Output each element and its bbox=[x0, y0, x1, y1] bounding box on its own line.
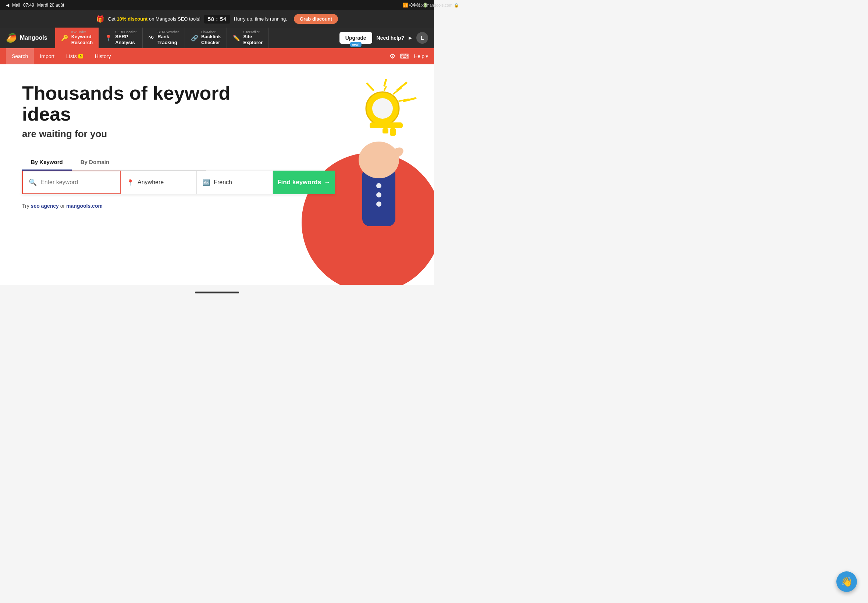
svg-line-11 bbox=[367, 83, 373, 90]
home-indicator bbox=[195, 292, 239, 294]
lists-badge: 0 bbox=[78, 54, 83, 59]
try-link-mangools[interactable]: mangools.com bbox=[66, 203, 103, 209]
serpwatcher-label: SERPWatcher bbox=[158, 30, 179, 34]
kwfinder-label: KWFinder bbox=[71, 30, 93, 34]
keyword-input-box[interactable]: 🔍 bbox=[22, 171, 121, 194]
status-bar: ◀ Mail 07:49 Mardi 20 août app.mangools.… bbox=[0, 0, 434, 10]
tool-linkminer[interactable]: 🔗 LinkMiner BacklinkChecker bbox=[185, 28, 227, 48]
arrow-icon: → bbox=[324, 179, 330, 186]
siteprofiler-label: SiteProfiler bbox=[243, 30, 263, 34]
subnav-import[interactable]: Import bbox=[34, 48, 60, 64]
status-center: app.mangools.com 🔒 bbox=[409, 3, 434, 8]
url: app.mangools.com bbox=[418, 3, 434, 7]
date: Mardi 20 août bbox=[37, 3, 64, 8]
search-tabs: By Keyword By Domain bbox=[22, 155, 206, 171]
svg-point-4 bbox=[372, 98, 393, 119]
keyboard-icon[interactable]: ⌨ bbox=[400, 52, 409, 60]
logo-icon: 🥭 bbox=[6, 33, 17, 43]
serpwatcher-icon: 👁 bbox=[149, 34, 155, 41]
subnav-right: ⚙ ⌨ Help ▾ bbox=[390, 52, 428, 60]
time: 07:49 bbox=[23, 3, 34, 8]
siteprofiler-name: SiteExplorer bbox=[243, 34, 263, 45]
subnav-lists[interactable]: Lists 0 bbox=[60, 48, 89, 64]
svg-line-10 bbox=[384, 79, 386, 86]
svg-line-8 bbox=[397, 83, 407, 90]
hero-subtitle: are waiting for you bbox=[22, 128, 280, 140]
svg-point-16 bbox=[359, 142, 399, 178]
need-help: Need help? bbox=[377, 35, 404, 41]
tool-serpwatcher[interactable]: 👁 SERPWatcher RankTracking bbox=[143, 28, 185, 48]
bottom-bar bbox=[0, 285, 434, 300]
svg-rect-7 bbox=[382, 128, 388, 133]
countdown-timer: 58 : 54 bbox=[204, 15, 230, 23]
serpchecker-name: SERPAnalysis bbox=[115, 34, 136, 45]
nav-arrow-icon: ▶ bbox=[408, 35, 412, 40]
svg-rect-5 bbox=[370, 122, 403, 128]
hurry-text: Hurry up, time is running. bbox=[234, 16, 287, 22]
location-value: Anywhere bbox=[138, 179, 164, 186]
gift-icon: 🎁 bbox=[96, 15, 104, 23]
search-row: 🔍 📍 Anywhere 🔤 French Find keywords → bbox=[22, 171, 335, 194]
language-value: French bbox=[214, 179, 232, 186]
tool-siteprofiler[interactable]: ✏️ SiteProfiler SiteExplorer bbox=[227, 28, 269, 48]
nav-tools: 🔑 KWFinder KeywordResearch 📍 SERPChecker… bbox=[55, 28, 339, 48]
linkminer-label: LinkMiner bbox=[201, 30, 221, 34]
settings-icon[interactable]: ⚙ bbox=[390, 52, 395, 60]
back-arrow[interactable]: ◀ bbox=[6, 3, 9, 8]
main-content: Thousands of keyword ideas are waiting f… bbox=[0, 64, 434, 285]
app-name: Mail bbox=[12, 3, 20, 8]
nav-right: Upgrade new! Need help? ▶ L bbox=[339, 32, 428, 44]
location-selector[interactable]: 📍 Anywhere bbox=[121, 171, 197, 194]
serpchecker-label: SERPChecker bbox=[115, 30, 136, 34]
sub-nav: Search Import Lists 0 History ⚙ ⌨ Help ▾ bbox=[0, 48, 434, 64]
keyword-input[interactable] bbox=[40, 179, 114, 186]
siteprofiler-icon: ✏️ bbox=[233, 34, 240, 42]
language-selector[interactable]: 🔤 French bbox=[197, 171, 273, 194]
svg-point-15 bbox=[376, 201, 381, 207]
tool-kwfinder[interactable]: 🔑 KWFinder KeywordResearch bbox=[55, 28, 99, 48]
svg-line-9 bbox=[404, 98, 416, 101]
discount-text: Get 10% discount on Mangools SEO tools! bbox=[108, 16, 200, 22]
new-badge: new! bbox=[350, 42, 362, 47]
navbar: 🥭 Mangools 🔑 KWFinder KeywordResearch 📍 … bbox=[0, 28, 434, 48]
find-keywords-button[interactable]: Find keywords → bbox=[273, 171, 335, 194]
hero-title: Thousands of keyword ideas bbox=[22, 83, 280, 125]
wifi-icon: 📶 bbox=[403, 3, 408, 8]
discount-banner: 🎁 Get 10% discount on Mangools SEO tools… bbox=[0, 10, 434, 28]
avatar[interactable]: L bbox=[416, 32, 428, 44]
logo[interactable]: 🥭 Mangools bbox=[6, 33, 48, 43]
status-left: ◀ Mail 07:49 Mardi 20 août bbox=[6, 3, 64, 8]
find-keywords-label: Find keywords bbox=[277, 179, 321, 186]
subnav-search[interactable]: Search bbox=[6, 48, 34, 64]
tab-by-keyword[interactable]: By Keyword bbox=[22, 155, 72, 171]
help-button[interactable]: Help ▾ bbox=[414, 53, 428, 59]
linkminer-icon: 🔗 bbox=[191, 34, 198, 42]
upgrade-button[interactable]: Upgrade new! bbox=[339, 32, 372, 44]
try-link-seo-agency[interactable]: seo agency bbox=[31, 203, 59, 209]
search-icon: 🔍 bbox=[29, 178, 37, 186]
try-text: Try seo agency or mangools.com bbox=[22, 203, 280, 209]
kwfinder-icon: 🔑 bbox=[61, 34, 68, 42]
svg-rect-6 bbox=[390, 128, 396, 136]
hand-key-svg bbox=[309, 79, 427, 233]
tool-serpchecker[interactable]: 📍 SERPChecker SERPAnalysis bbox=[99, 28, 143, 48]
serpchecker-icon: 📍 bbox=[105, 34, 112, 42]
serpwatcher-name: RankTracking bbox=[158, 34, 179, 45]
grab-discount-button[interactable]: Grab discount bbox=[294, 14, 338, 24]
hero-section: Thousands of keyword ideas are waiting f… bbox=[22, 83, 280, 209]
language-icon: 🔤 bbox=[203, 179, 210, 186]
logo-text: Mangools bbox=[20, 34, 48, 41]
tab-by-domain[interactable]: By Domain bbox=[72, 155, 118, 171]
location-icon: 📍 bbox=[127, 179, 134, 186]
subnav-history[interactable]: History bbox=[89, 48, 117, 64]
discount-highlight: 10% discount bbox=[117, 16, 148, 22]
svg-point-14 bbox=[376, 192, 381, 198]
svg-point-13 bbox=[376, 183, 381, 188]
kwfinder-name: KeywordResearch bbox=[71, 34, 93, 45]
linkminer-name: BacklinkChecker bbox=[201, 34, 221, 45]
